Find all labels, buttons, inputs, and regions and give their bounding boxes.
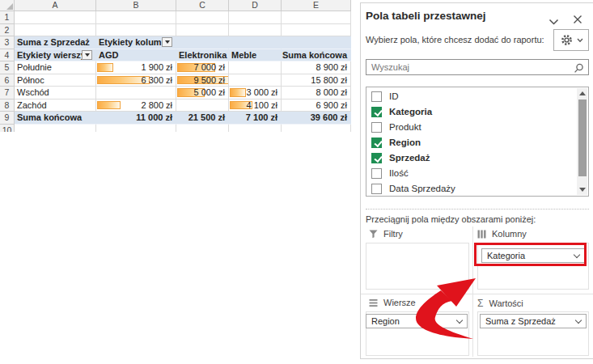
cell-b8[interactable]: 2 800 zł	[96, 99, 176, 112]
row-labels-filter-button[interactable]	[82, 50, 92, 60]
select-all-corner[interactable]	[0, 0, 15, 11]
cell-e6[interactable]: 15 800 zł	[282, 74, 351, 87]
field-search	[366, 59, 589, 75]
scrollbar-thumb[interactable]	[578, 99, 587, 176]
cell-c1[interactable]	[176, 11, 229, 24]
cell-e4[interactable]: Suma końcowa	[282, 49, 351, 62]
scroll-up-icon[interactable]	[579, 91, 586, 95]
col-header-d[interactable]: D	[229, 0, 282, 11]
cell-e1[interactable]	[282, 11, 351, 24]
search-icon	[574, 62, 584, 77]
col-header-b[interactable]: B	[96, 0, 176, 11]
cell-c6[interactable]: 9 500 zł	[176, 74, 229, 87]
checkbox[interactable]	[371, 122, 382, 133]
field-item-kategoria[interactable]: Kategoria	[366, 103, 588, 118]
choose-fields-label: Wybierz pola, które chcesz dodać do rapo…	[366, 35, 544, 44]
more-tables-link[interactable]: Więcej tabel...	[366, 195, 588, 197]
cell-c8[interactable]	[176, 99, 229, 112]
cell-b7[interactable]	[96, 87, 176, 99]
cell-d1[interactable]	[229, 11, 282, 24]
cell-c3[interactable]	[176, 36, 229, 49]
cell-c5[interactable]: 7 000 zł	[176, 61, 229, 74]
field-list-scrollbar[interactable]	[577, 88, 587, 195]
row-header-4[interactable]: 4	[0, 49, 15, 62]
cell-a2[interactable]	[15, 24, 96, 37]
cell-e8[interactable]: 6 900 zł	[282, 99, 351, 112]
tools-button[interactable]	[553, 29, 589, 51]
cell-d10[interactable]	[229, 125, 282, 133]
cell-b6[interactable]: 6 300 zł	[96, 74, 176, 87]
col-header-c[interactable]: C	[176, 0, 229, 11]
field-label: ID	[389, 91, 399, 101]
field-item-id[interactable]: ID	[366, 87, 588, 103]
pane-options-button[interactable]	[549, 15, 559, 29]
values-field-suma-z-sprzedaz[interactable]: Suma z Sprzedaż	[480, 314, 587, 328]
search-input[interactable]	[366, 60, 570, 74]
cell-b1[interactable]	[96, 11, 176, 24]
row-header-7[interactable]: 7	[0, 87, 15, 99]
chevron-down-icon	[575, 317, 582, 324]
cell-e2[interactable]	[282, 24, 351, 37]
cell-d2[interactable]	[229, 24, 282, 37]
cell-e7[interactable]: 8 000 zł	[282, 87, 351, 99]
row-header-8[interactable]: 8	[0, 99, 15, 112]
checkbox[interactable]	[371, 107, 382, 117]
cell-c2[interactable]	[176, 24, 229, 37]
cell-e3[interactable]	[282, 36, 351, 49]
pane-close-button[interactable]	[573, 13, 582, 28]
cell-e10[interactable]	[282, 125, 351, 133]
field-item-produkt[interactable]: Produkt	[366, 118, 588, 133]
row-header-1[interactable]: 1	[0, 11, 15, 24]
scroll-down-icon[interactable]	[579, 188, 586, 192]
cell-d3[interactable]	[229, 36, 282, 49]
cell-a8[interactable]: Zachód	[15, 99, 96, 112]
cell-a7[interactable]: Wschód	[15, 87, 96, 99]
cell-b3[interactable]: Etykiety kolumn	[96, 36, 176, 49]
cell-d7[interactable]: 3 000 zł	[229, 87, 282, 99]
field-item-ilosc[interactable]: Ilość	[366, 164, 588, 180]
cell-b9[interactable]: 11 000 zł	[96, 112, 176, 125]
values-drop-zone[interactable]: Suma z Sprzedaż	[477, 311, 589, 356]
cell-d4[interactable]: Meble	[229, 49, 282, 62]
cell-b5[interactable]: 1 900 zł	[96, 61, 176, 74]
cell-a10[interactable]	[15, 125, 96, 133]
cell-a9[interactable]: Suma końcowa	[15, 112, 96, 125]
checkbox[interactable]	[371, 168, 382, 179]
cell-d9[interactable]: 7 100 zł	[229, 112, 282, 125]
checkbox[interactable]	[371, 138, 382, 148]
cell-a1[interactable]	[15, 11, 96, 24]
cell-d5[interactable]	[229, 61, 282, 74]
cell-d8[interactable]: 4 100 zł	[229, 99, 282, 112]
cell-a6[interactable]: Północ	[15, 74, 96, 87]
cell-c4[interactable]: Elektronika	[176, 49, 229, 62]
cell-c10[interactable]	[176, 125, 229, 133]
column-labels-filter-button[interactable]	[162, 37, 172, 47]
cell-a4[interactable]: Etykiety wierszy	[15, 49, 96, 62]
screenshot-root: A B C D E 1 2 3 Suma z Sprzedaż Etykiety…	[0, 0, 593, 364]
field-item-region[interactable]: Region	[366, 133, 588, 149]
row-header-10[interactable]: 10	[0, 125, 15, 133]
checkbox[interactable]	[371, 91, 382, 102]
row-header-2[interactable]: 2	[0, 24, 15, 37]
cell-e5[interactable]: 8 900 zł	[282, 61, 351, 74]
checkbox[interactable]	[371, 153, 382, 163]
col-header-e[interactable]: E	[282, 0, 351, 11]
gear-icon	[560, 33, 574, 47]
row-header-6[interactable]: 6	[0, 74, 15, 87]
field-item-data-sprzedazy[interactable]: Data Sprzedaży	[366, 180, 588, 195]
cell-a5[interactable]: Południe	[15, 61, 96, 74]
row-header-5[interactable]: 5	[0, 61, 15, 74]
row-header-3[interactable]: 3	[0, 36, 15, 49]
cell-c9[interactable]: 21 500 zł	[176, 112, 229, 125]
cell-e9[interactable]: 39 600 zł	[282, 112, 351, 125]
row-header-9[interactable]: 9	[0, 112, 15, 125]
field-item-sprzedaz[interactable]: Sprzedaż	[366, 149, 588, 164]
cell-b4[interactable]: AGD	[96, 49, 176, 62]
cell-c7[interactable]: 5 000 zł	[176, 87, 229, 99]
col-header-a[interactable]: A	[15, 0, 96, 11]
cell-a3[interactable]: Suma z Sprzedaż	[15, 36, 96, 49]
checkbox[interactable]	[371, 184, 382, 194]
cell-d6[interactable]	[229, 74, 282, 87]
cell-b2[interactable]	[96, 24, 176, 37]
cell-b10[interactable]	[96, 125, 176, 133]
